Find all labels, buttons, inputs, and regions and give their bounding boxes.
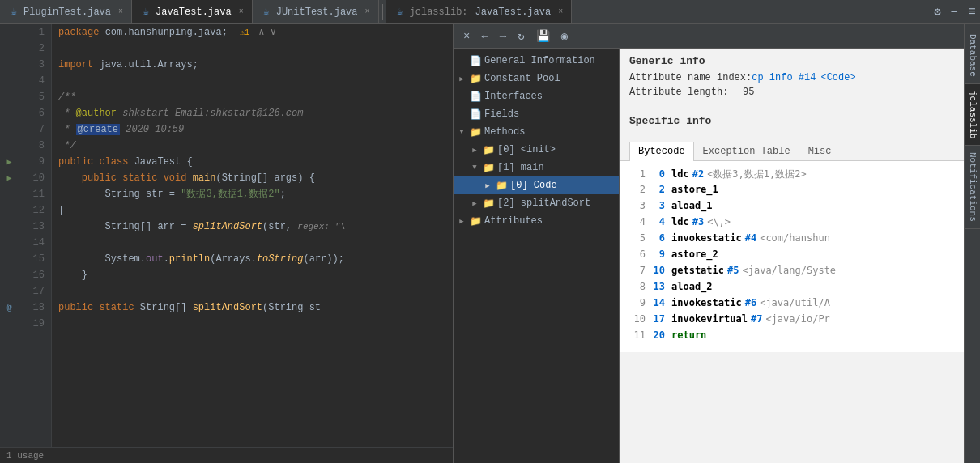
tree-arrow-methods: ▼ <box>457 128 467 136</box>
code-line-12: | <box>58 202 446 219</box>
bc-row-1: 1 0 ldc #2 <数据3,数据1,数据2> <box>629 168 954 184</box>
bc-row-9: 9 14 invokestatic #6 <java/util/A <box>629 297 954 313</box>
gutter-10[interactable]: ▶ <box>0 170 19 186</box>
attr-name-link[interactable]: cp info #14 <box>752 72 816 83</box>
right-sidebar-toggle[interactable]: ≡ <box>964 1 980 23</box>
close-btn[interactable]: × <box>460 28 473 45</box>
bc-row-11: 11 20 return <box>629 329 954 346</box>
save-btn[interactable]: 💾 <box>533 28 553 45</box>
settings-btn[interactable]: ⚙ <box>931 3 944 20</box>
bytecode-content: 1 0 ldc #2 <数据3,数据1,数据2> 2 2 astore_1 <box>620 161 964 352</box>
code-line-15: System.out.println(Arrays.toString(arr))… <box>58 251 446 267</box>
tree-item-attributes[interactable]: ▶ 📁 Attributes <box>454 212 619 230</box>
tree-item-interfaces[interactable]: 📄 Interfaces <box>454 87 619 105</box>
refresh-btn[interactable]: ↻ <box>514 28 527 45</box>
editor-content: ▶ ▶ @ 12345 678910 <box>0 24 453 447</box>
gutter-14 <box>0 235 19 251</box>
bc-row-4: 4 4 ldc #3 <\,> <box>629 216 954 232</box>
tab-jclasslib[interactable]: ☕ jclasslib: JavaTest.java × <box>386 0 573 23</box>
editor-panel: ▶ ▶ @ 12345 678910 <box>0 24 454 463</box>
bc-row-2: 2 2 astore_1 <box>629 184 954 200</box>
run-icon-10[interactable]: ▶ <box>6 173 11 183</box>
gutter-4 <box>0 73 19 89</box>
class-tree: 📄 General Information ▶ 📁 Constant Pool … <box>454 49 620 463</box>
file-icon-iface: 📄 <box>469 90 482 103</box>
code-line-17 <box>58 283 446 299</box>
gutter-7 <box>0 121 19 138</box>
close-tab-java[interactable]: × <box>239 7 244 16</box>
bc-row-6: 6 9 astore_2 <box>629 248 954 265</box>
run-icon-9[interactable]: ▶ <box>6 157 11 167</box>
main-area: ▶ ▶ @ 12345 678910 <box>0 24 980 463</box>
tab-exception-table[interactable]: Exception Table <box>694 142 799 160</box>
tab-junittest[interactable]: ☕ JUnitTest.java × <box>253 0 379 23</box>
forward-btn[interactable]: → <box>496 28 509 45</box>
tree-item-fields[interactable]: 📄 Fields <box>454 105 619 123</box>
jclasslib-icon: ☕ <box>394 6 406 18</box>
tree-item-splitandsort[interactable]: ▶ 📁 [2] splitAndSort <box>454 194 619 212</box>
tree-item-code[interactable]: ▶ 📁 [0] Code <box>454 176 619 194</box>
gutter-18: @ <box>0 299 19 316</box>
bc-row-7: 7 10 getstatic #5 <java/lang/Syste <box>629 265 954 281</box>
tree-arrow-main: ▼ <box>470 164 479 172</box>
tab-bytecode[interactable]: Bytecode <box>629 142 694 161</box>
folder-icon-split: 📁 <box>482 197 495 210</box>
tree-item-main[interactable]: ▼ 📁 [1] main <box>454 159 619 176</box>
tab-plugintest[interactable]: ☕ PluginTest.java × <box>0 0 132 23</box>
gutter-15 <box>0 251 19 267</box>
back-btn[interactable]: ← <box>478 28 491 45</box>
close-tab-plugin[interactable]: × <box>118 7 123 16</box>
code-line-6: * @author shkstart Email:shkstart@126.co… <box>58 105 446 121</box>
code-line-1: package com.hanshunping.java; ⚠1 ∧ ∨ <box>58 24 446 40</box>
code-line-18: public static String[] splitAndSort(Stri… <box>58 299 446 316</box>
folder-icon-main: 📁 <box>482 161 495 174</box>
tree-item-general[interactable]: 📄 General Information <box>454 52 619 70</box>
bytecode-tabs: Bytecode Exception Table Misc <box>620 138 964 161</box>
minimize-btn[interactable]: − <box>948 4 961 20</box>
tree-arrow-split: ▶ <box>470 199 479 208</box>
java-icon: ☕ <box>8 6 19 18</box>
sidebar-tab-notifications[interactable]: Notifications <box>965 146 980 229</box>
attr-length-value: 95 <box>743 87 754 98</box>
folder-icon-attrs: 📁 <box>469 215 482 227</box>
file-icon-general: 📄 <box>469 54 482 67</box>
gutter-9[interactable]: ▶ <box>0 154 19 170</box>
tree-item-methods[interactable]: ▼ 📁 Methods <box>454 123 619 141</box>
close-tab-junit[interactable]: × <box>365 7 370 16</box>
bc-row-5: 5 6 invokestatic #4 <com/hanshun <box>629 232 954 248</box>
code-line-16: } <box>58 267 446 283</box>
close-tab-jclasslib[interactable]: × <box>558 7 563 16</box>
code-line-7: * @create 2020 10:59 <box>58 121 446 138</box>
attr-length-row: Attribute length: 95 <box>629 87 954 98</box>
code-line-8: */ <box>58 138 446 154</box>
tree-arrow-code: ▶ <box>483 181 492 190</box>
gutter-3 <box>0 57 19 73</box>
tree-item-constantpool[interactable]: ▶ 📁 Constant Pool <box>454 70 619 87</box>
tree-item-init[interactable]: ▶ 📁 [0] <init> <box>454 141 619 159</box>
bc-row-8: 8 13 aload_2 <box>629 281 954 297</box>
detail-panel: Generic info Attribute name index: cp in… <box>620 49 964 463</box>
specific-info-title: Specific info <box>629 115 954 127</box>
java-icon2: ☕ <box>140 6 151 18</box>
tree-arrow-attrs: ▶ <box>457 217 467 226</box>
code-line-19 <box>58 316 446 332</box>
sidebar-tab-jclasslib[interactable]: jclasslib <box>965 84 980 146</box>
browse-btn[interactable]: ◉ <box>558 28 571 45</box>
generic-info-title: Generic info <box>629 55 954 67</box>
generic-info-section: Generic info Attribute name index: cp in… <box>620 49 964 108</box>
java-icon3: ☕ <box>261 6 272 18</box>
code-line-14 <box>58 235 446 251</box>
annotation-icon-18: @ <box>6 304 11 312</box>
attr-name-label: Attribute name index: <box>629 72 752 83</box>
usage-bar: 1 usage <box>0 447 453 463</box>
sidebar-tab-database[interactable]: Database <box>965 28 980 84</box>
gutter-1 <box>0 24 19 40</box>
code-line-5: /** <box>58 89 446 105</box>
specific-info-section: Specific info <box>620 108 964 138</box>
jclasslib-panel: × ← → ↻ 💾 ◉ 📄 General Information <box>454 24 964 463</box>
code-content: package com.hanshunping.java; ⚠1 ∧ ∨ imp… <box>52 24 453 447</box>
bc-row-10: 10 17 invokevirtual #7 <java/io/Pr <box>629 313 954 329</box>
tab-misc[interactable]: Misc <box>799 142 841 160</box>
gutter-19 <box>0 316 19 332</box>
tab-javatest[interactable]: ☕ JavaTest.java × <box>132 0 253 23</box>
